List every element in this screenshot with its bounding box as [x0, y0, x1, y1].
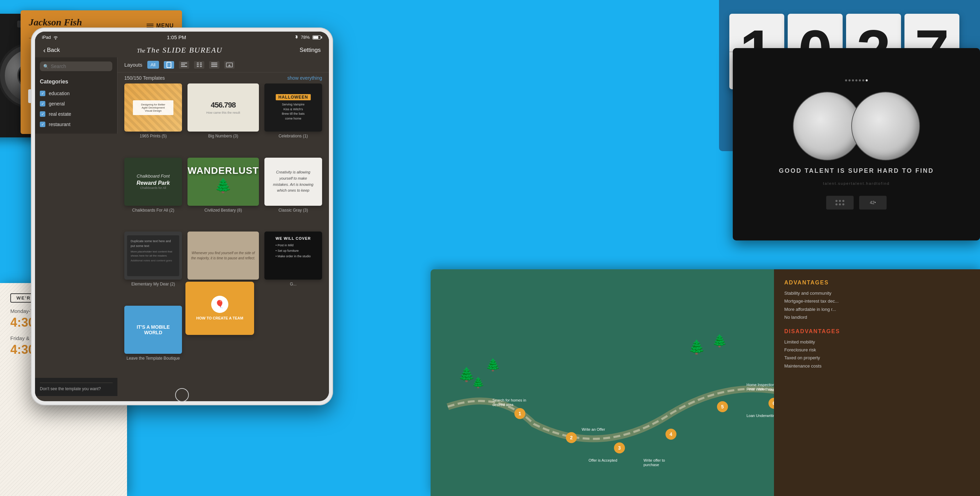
template-thumb-elementary: Duplicate some text here and put some te… [124, 231, 182, 280]
template-thumb-big-numbers: 456.798 How came this the result [188, 83, 259, 132]
search-input[interactable] [51, 64, 111, 69]
category-education-label: education [49, 91, 70, 96]
talent-circles [793, 92, 920, 160]
etched-quote: Whenever you find yourself on the side o… [188, 247, 259, 264]
template-elementary[interactable]: Duplicate some text here and put some te… [124, 231, 182, 300]
template-big-numbers[interactable]: 456.798 How came this the result Big Num… [188, 83, 259, 152]
template-thumb-etched: Whenever you find yourself on the side o… [188, 231, 259, 280]
template-thumb-leave: IT'S A MOBILE WORLD [124, 306, 182, 354]
template-civilized-label: Civilized Bestiary (8) [188, 208, 259, 213]
disadvantages-section: DISADVANTAGES Limited mobility Foreclosu… [784, 329, 970, 370]
how-to-create-partial: 🎈 HOW TO CREATE A TEAM [185, 282, 254, 335]
svg-text:Final Walk-through: Final Walk-through [746, 387, 778, 391]
template-1965-label: 1965 Prints (5) [124, 134, 182, 139]
chalkboard-title: Reward Park [137, 180, 170, 186]
search-box[interactable]: 🔍 [40, 62, 112, 71]
category-real-estate-label: real estate [49, 111, 71, 117]
template-classic-gray-label: Classic Gray (3) [264, 208, 322, 213]
templates-panel: Layouts All [118, 57, 329, 396]
template-elementary-name: Elementary My Dear (2) [124, 282, 182, 287]
settings-button[interactable]: Settings [300, 47, 321, 54]
ipad-volume-button [28, 89, 31, 103]
svg-text:Offer is Accepted: Offer is Accepted [589, 458, 617, 463]
layout-lines-button[interactable] [209, 61, 220, 69]
svg-text:Write offer to: Write offer to [643, 458, 665, 463]
ipad-screen: iPad 1:05 PM 78% ‹ Back The The SLIDE BU… [35, 32, 329, 401]
templates-grid: Designing for BetterAgile DevelopmentVis… [118, 83, 329, 381]
talent-main-text: GOOD TALENT IS SUPER HARD TO FIND [779, 167, 934, 174]
talent-card: GOOD TALENT IS SUPER HARD TO FIND talent… [733, 48, 980, 241]
layout-image-button[interactable] [224, 61, 234, 69]
svg-text:1: 1 [519, 411, 521, 416]
svg-text:🌲: 🌲 [688, 339, 705, 355]
halloween-subtitle: Serving Vampire Kiss & Witch's Brew till… [282, 102, 305, 121]
layout-portrait-button[interactable] [164, 61, 174, 69]
svg-text:Write an Offer: Write an Offer [582, 427, 605, 431]
talent-controls: 42• [826, 196, 886, 209]
template-1965-prints[interactable]: Designing for BetterAgile DevelopmentVis… [124, 83, 182, 152]
sidebar: 🔍 Categories ✓ education ✓ general ✓ r [35, 57, 118, 396]
layout-all-button[interactable]: All [147, 61, 159, 69]
dis-item-3: Taxed on property [784, 354, 970, 362]
adv-item-1: Stability and community [784, 289, 970, 297]
template-chalkboards-label: Chalkboards For All (2) [124, 208, 182, 213]
template-thumb-civilized: WANDERLUST 🌲 [188, 158, 259, 206]
halloween-title: HALLOWEEN [276, 94, 311, 100]
disadvantages-title: DISADVANTAGES [784, 329, 970, 335]
layout-list-double-button[interactable] [194, 61, 204, 69]
leave-text: IT'S A MOBILE WORLD [124, 321, 182, 339]
show-everything-button[interactable]: show everything [287, 75, 322, 81]
ipad-home-button[interactable] [175, 388, 189, 402]
app-content: 🔍 Categories ✓ education ✓ general ✓ r [35, 57, 329, 396]
category-item-real-estate[interactable]: ✓ real estate [35, 109, 117, 119]
check-icon: ✓ [40, 101, 45, 107]
sidebar-panel: 🔍 Categories ✓ education ✓ general ✓ r [35, 57, 118, 134]
check-icon: ✓ [40, 91, 45, 96]
template-chalkboards[interactable]: Chalkboard Font Reward Park Chalkboards … [124, 158, 182, 226]
classic-quote-text: Creativity is allowing yourself to make … [268, 166, 319, 197]
template-thumb-classic-gray: Creativity is allowing yourself to make … [264, 158, 322, 206]
layout-list-single-button[interactable] [179, 61, 189, 69]
template-thumb-will-cover: WE WILL COVER • Post in Mild• Set up fur… [264, 231, 322, 280]
svg-text:Loan Underwriting: Loan Underwriting [746, 413, 777, 418]
sidebar-footer: Don't see the template you want? [35, 378, 118, 396]
template-civilized-bestiary[interactable]: WANDERLUST 🌲 Civilized Bestiary (8) [188, 158, 259, 226]
templates-header: 150/150 Templates show everything [118, 72, 329, 83]
back-label: Back [47, 47, 60, 54]
ipad-label: iPad [42, 35, 51, 40]
svg-text:desired area: desired area [492, 403, 514, 407]
template-will-cover[interactable]: WE WILL COVER • Post in Mild• Set up fur… [264, 231, 322, 300]
svg-text:5: 5 [721, 404, 724, 410]
dis-item-1: Limited mobility [784, 338, 970, 346]
layouts-label: Layouts [124, 62, 143, 68]
back-button[interactable]: ‹ Back [43, 46, 60, 54]
layouts-bar: Layouts All [118, 57, 329, 72]
chalkboard-sub: Chalkboards for All [137, 186, 170, 190]
adv-item-4: No landlord [784, 313, 970, 321]
check-icon: ✓ [40, 121, 45, 127]
category-item-education[interactable]: ✓ education [35, 88, 117, 99]
template-classic-gray[interactable]: Creativity is allowing yourself to make … [264, 158, 322, 226]
template-leave-label: Leave the Template Boutique [124, 356, 182, 360]
category-general-label: general [49, 101, 65, 107]
svg-text:🌲: 🌲 [485, 357, 501, 372]
svg-text:🌲: 🌲 [712, 333, 727, 348]
category-restaurant-label: restaurant [49, 121, 70, 127]
template-leave[interactable]: IT'S A MOBILE WORLD Leave the Template B… [124, 306, 182, 375]
category-item-general[interactable]: ✓ general [35, 99, 117, 109]
adv-item-2: Mortgage-interest tax dec... [784, 297, 970, 305]
category-item-restaurant[interactable]: ✓ restaurant [35, 119, 117, 129]
advantages-card: ADVANTAGES Stability and community Mortg… [774, 269, 980, 496]
svg-text:Search for homes in: Search for homes in [492, 398, 526, 402]
dont-see-text: Don't see the template you want? [40, 386, 101, 391]
templates-count: 150/150 Templates [124, 75, 165, 81]
svg-text:🌲: 🌲 [472, 376, 485, 389]
back-arrow-icon: ‹ [43, 46, 46, 54]
advantages-section: ADVANTAGES Stability and community Mortg… [784, 280, 970, 322]
check-icon: ✓ [40, 111, 45, 117]
wanderlust-title: WANDERLUST [188, 165, 259, 176]
template-celebrations[interactable]: HALLOWEEN Serving Vampire Kiss & Witch's… [264, 83, 322, 152]
ipad-frame: iPad 1:05 PM 78% ‹ Back The The SLIDE BU… [31, 27, 333, 405]
jackson-title: Jackson Fish [29, 17, 82, 28]
app-title: The The SLIDE BUREAU [137, 46, 223, 54]
